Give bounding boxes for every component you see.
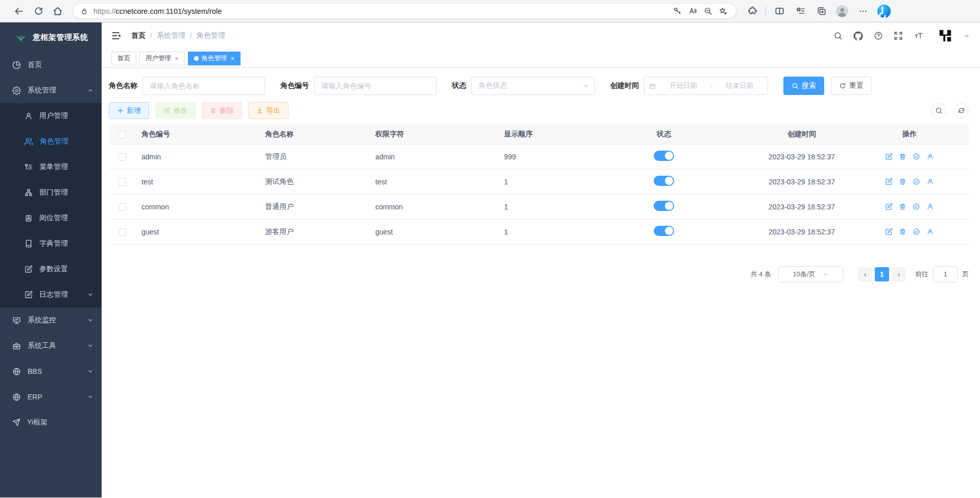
search-button[interactable]: 搜索 (783, 77, 824, 95)
breadcrumb-home[interactable]: 首页 (131, 31, 146, 40)
search-icon[interactable] (833, 31, 843, 40)
sidebar-item-dept-mgmt[interactable]: 部门管理 (0, 180, 102, 205)
delete-button[interactable]: 删除 (202, 102, 242, 119)
row-assign-user-button[interactable] (926, 203, 934, 210)
address-bar[interactable]: https://ccnetcore.com:1101/system/role (73, 3, 736, 19)
lock-icon (80, 7, 88, 15)
row-delete-button[interactable] (899, 228, 906, 235)
status-toggle[interactable] (654, 226, 674, 236)
close-icon[interactable]: × (175, 55, 179, 62)
sidebar-item-system-monitor[interactable]: 系统监控 (0, 307, 102, 333)
copilot-button[interactable] (875, 3, 893, 20)
row-assign-user-button[interactable] (926, 228, 934, 235)
status-select[interactable]: 角色状态 (471, 77, 595, 95)
sidebar-item-dict-mgmt[interactable]: 字典管理 (0, 231, 102, 256)
tab-role-mgmt[interactable]: 角色管理 × (188, 52, 241, 65)
next-page-button[interactable]: › (892, 267, 906, 281)
row-checkbox[interactable] (118, 178, 126, 186)
split-screen-button[interactable] (771, 3, 788, 20)
breadcrumb: 首页 / 系统管理 / 角色管理 (131, 31, 225, 40)
url-text[interactable]: https://ccnetcore.com:1101/system/role (93, 7, 670, 15)
ellipsis-icon (858, 7, 868, 16)
breadcrumb-role[interactable]: 角色管理 (197, 31, 225, 40)
sidebar-item-system-tools[interactable]: 系统工具 (0, 333, 102, 359)
sidebar-item-user-mgmt[interactable]: 用户管理 (0, 103, 102, 129)
row-checkbox[interactable] (118, 228, 126, 236)
sidebar-item-bbs[interactable]: BBS (0, 359, 102, 384)
close-icon[interactable]: × (231, 55, 235, 62)
row-edit-button[interactable] (885, 178, 893, 185)
user-logo-avatar[interactable] (938, 28, 953, 43)
font-size-icon[interactable] (914, 31, 924, 40)
browser-refresh-button[interactable] (29, 3, 48, 20)
check-circle-icon (913, 228, 920, 235)
row-permission-button[interactable] (913, 203, 920, 210)
sidebar-item-erp[interactable]: ERP (0, 384, 102, 410)
export-button[interactable]: 导出 (248, 102, 289, 119)
row-permission-button[interactable] (913, 153, 920, 160)
gear-icon (12, 86, 21, 95)
row-assign-user-button[interactable] (926, 153, 934, 160)
sidebar-item-param-settings[interactable]: 参数设置 (0, 256, 102, 282)
help-icon[interactable] (874, 31, 883, 40)
extensions-button[interactable] (744, 3, 761, 20)
zoom-out-button[interactable] (700, 4, 715, 18)
sidebar: 意框架管理系统 首页 系统管理 用户管理 角色管理 菜单管理 (0, 22, 102, 497)
row-permission-button[interactable] (913, 178, 920, 185)
row-edit-button[interactable] (885, 228, 893, 235)
row-permission-button[interactable] (913, 228, 920, 235)
browser-back-button[interactable] (9, 3, 29, 20)
sidebar-item-log-mgmt[interactable]: 日志管理 (0, 282, 102, 307)
sidebar-item-menu-mgmt[interactable]: 菜单管理 (0, 154, 102, 180)
password-button[interactable] (670, 4, 685, 18)
fullscreen-icon[interactable] (894, 31, 903, 40)
log-edit-icon (25, 291, 33, 299)
row-assign-user-button[interactable] (926, 178, 934, 185)
sidebar-item-role-mgmt[interactable]: 角色管理 (0, 129, 102, 154)
caret-down-icon[interactable] (964, 33, 970, 39)
app-logo[interactable]: 意框架管理系统 (0, 22, 102, 52)
add-button[interactable]: 新增 (109, 102, 149, 119)
row-delete-button[interactable] (899, 153, 906, 160)
modify-button[interactable]: 修改 (155, 102, 196, 119)
page-number-button[interactable]: 1 (875, 267, 889, 281)
github-icon[interactable] (853, 31, 863, 41)
profile-button[interactable] (833, 3, 851, 20)
goto-page-input[interactable] (933, 266, 958, 282)
page-size-select[interactable]: 10条/页 (778, 266, 843, 282)
show-search-button[interactable] (931, 103, 946, 118)
trash-icon (899, 178, 906, 185)
row-checkbox[interactable] (118, 153, 126, 161)
row-checkbox[interactable] (118, 203, 126, 211)
role-code-input[interactable] (314, 77, 437, 95)
sidebar-item-home[interactable]: 首页 (0, 52, 102, 78)
browser-home-button[interactable] (48, 3, 67, 20)
star-plus-icon (719, 7, 728, 16)
tab-home[interactable]: 首页 (111, 52, 136, 65)
status-toggle[interactable] (654, 201, 674, 211)
favorites-button[interactable] (792, 3, 809, 20)
favorites-star-list-icon (796, 6, 805, 16)
date-range-picker[interactable]: 开始日期 - 结束日期 (644, 77, 768, 95)
sidebar-item-post-mgmt[interactable]: 岗位管理 (0, 205, 102, 231)
collections-button[interactable] (812, 3, 830, 20)
row-edit-button[interactable] (885, 203, 893, 210)
refresh-table-button[interactable] (953, 103, 969, 118)
sidebar-fold-icon[interactable] (111, 31, 122, 41)
reset-button[interactable]: 重置 (831, 77, 872, 95)
tab-user-mgmt[interactable]: 用户管理 × (139, 52, 185, 65)
sidebar-item-yi-framework[interactable]: Yi框架 (0, 410, 102, 435)
role-name-input[interactable] (142, 77, 265, 95)
sidebar-item-system-mgmt[interactable]: 系统管理 (0, 78, 102, 103)
status-toggle[interactable] (654, 176, 674, 186)
select-all-checkbox[interactable] (118, 131, 126, 138)
prev-page-button[interactable]: ‹ (858, 267, 872, 281)
breadcrumb-system[interactable]: 系统管理 (157, 31, 185, 40)
row-delete-button[interactable] (899, 178, 906, 185)
add-favorite-button[interactable] (715, 4, 731, 18)
settings-more-button[interactable] (854, 3, 872, 20)
row-edit-button[interactable] (885, 153, 893, 160)
row-delete-button[interactable] (899, 203, 906, 210)
status-toggle[interactable] (654, 151, 674, 161)
read-aloud-button[interactable] (685, 4, 700, 18)
